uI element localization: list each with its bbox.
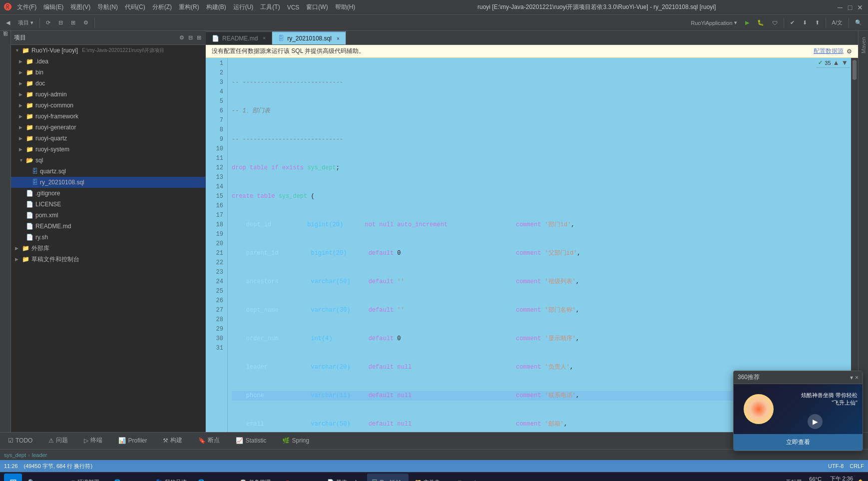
taskbar-task[interactable]: 📋 任务管理... [236, 474, 279, 481]
scroll-thumb[interactable] [853, 60, 857, 80]
issues-tab[interactable]: ⚠ 问题 [44, 434, 72, 448]
status-file-info: (49450 字节, 684 行 换行符) [24, 463, 93, 470]
profiler-tab[interactable]: 📊 Profiler [114, 435, 151, 447]
run-button[interactable]: ▶ [742, 17, 752, 29]
tree-item-license[interactable]: 📄 LICENSE [11, 199, 205, 210]
tree-item-drafts[interactable]: ▶ 📁 草稿文件和控制台 [11, 254, 205, 265]
taskbar-vue-icon: 💻 [371, 479, 378, 481]
taskbar-files[interactable]: 📁 文件夹... [411, 474, 450, 481]
taskbar-chrome[interactable]: 🌐 [194, 474, 234, 481]
scroll-up-button[interactable]: ▲ [833, 59, 840, 66]
menu-vcs[interactable]: VCS [285, 4, 302, 11]
filter-button[interactable]: ⊟ [55, 17, 66, 29]
tree-item-rysh[interactable]: 📄 ry.sh [11, 232, 205, 243]
menu-window[interactable]: 窗口(W) [304, 3, 330, 11]
tree-expand-button[interactable]: ⊞ [196, 32, 202, 44]
taskbar-foot[interactable]: 👣 我的足迹 [152, 474, 192, 481]
readme-tab-close[interactable]: × [263, 35, 266, 41]
tree-item-quartz-sql[interactable]: 🗄 quartz.sql [11, 166, 205, 177]
app-selector[interactable]: RuoYiApplication ▾ [688, 17, 740, 29]
tree-item-system[interactable]: ▶ 📁 ruoyi-system [11, 144, 205, 155]
system-label: ruoyi-system [35, 146, 69, 153]
popup-play-button[interactable]: ▶ [808, 414, 823, 429]
tree-item-root[interactable]: ▼ 📁 RuoYi-Vue [ruoyi] E:\my-Java-2020122… [11, 45, 205, 56]
expand-button[interactable]: ⊞ [68, 17, 78, 29]
maven-label[interactable]: Maven [861, 37, 867, 53]
tree-item-idea[interactable]: ▶ 📁 .idea [11, 56, 205, 67]
scroll-down-button[interactable]: ▼ [842, 59, 848, 66]
popup-title: 360推荐 [738, 373, 760, 382]
tree-item-quartz[interactable]: ▶ 📁 ruoyi-quartz [11, 133, 205, 144]
menu-refactor[interactable]: 重构(R) [177, 3, 201, 11]
tree-item-doc[interactable]: ▶ 📁 doc [11, 78, 205, 89]
popup-close-btn[interactable]: × [855, 374, 859, 381]
taskbar-ruoyi-md[interactable]: 📄 若依.md... [323, 474, 365, 481]
bc-sys-dept[interactable]: sys_dept [4, 452, 26, 458]
menu-code[interactable]: 代码(C) [123, 3, 147, 11]
taskbar-env[interactable]: 🖥 环境部署... [66, 474, 108, 481]
popup-collapse-btn[interactable]: ▾ [850, 374, 853, 381]
close-button[interactable]: ✕ [856, 3, 864, 11]
taskbar-ruoyi-vue[interactable]: 💻 RuoYi-V... [367, 474, 409, 481]
tray-ime[interactable]: 无标题 [786, 479, 802, 481]
tree-item-sql-folder[interactable]: ▼ 📂 sql [11, 155, 205, 166]
settings-button[interactable]: ⚙ [80, 17, 91, 29]
file-tree-title: 项目 [14, 33, 26, 42]
translate-button[interactable]: A/文 [829, 17, 846, 29]
menu-tools[interactable]: 工具(T) [258, 3, 282, 11]
taskbar-ruoyi2[interactable]: 🖥 ruoyi - r... [452, 474, 492, 481]
menu-analysis[interactable]: 分析(Z) [150, 3, 174, 11]
tree-item-generator[interactable]: ▶ 📁 ruoyi-generator [11, 122, 205, 133]
push-button[interactable]: ⬆ [812, 17, 823, 29]
taskbar-edge[interactable]: 🌐 [110, 474, 150, 481]
spring-tab[interactable]: 🌿 Spring [278, 435, 313, 447]
app-name: RuoYiApplication [691, 20, 732, 26]
taskbar-search[interactable]: 🔍 [24, 474, 64, 481]
project-button[interactable]: 项目 ▾ [15, 17, 36, 29]
coverage-button[interactable]: 🛡 [769, 17, 781, 29]
sql-tab-close[interactable]: × [337, 36, 340, 41]
back-button[interactable]: ◀ [3, 17, 13, 29]
tree-item-framework[interactable]: ▶ 📁 ruoyi-framework [11, 111, 205, 122]
ln-8: 8 [206, 125, 223, 135]
tab-sql[interactable]: 🗄 ry_20210108.sql × [272, 31, 346, 44]
search-everywhere-button[interactable]: 🔍 [852, 17, 865, 29]
tree-item-pom[interactable]: 📄 pom.xml [11, 210, 205, 221]
tree-collapse-button[interactable]: ⊟ [187, 32, 194, 44]
bc-leader[interactable]: leader [32, 452, 47, 458]
warning-gear-icon[interactable]: ⚙ [847, 48, 852, 55]
tree-settings-button[interactable]: ⚙ [178, 32, 185, 44]
build-tab[interactable]: ⚒ 构建 [159, 434, 186, 448]
menu-run[interactable]: 运行(U) [231, 3, 256, 11]
popup-action-button[interactable]: 立即查看 [734, 434, 863, 451]
tree-item-bin[interactable]: ▶ 📁 bin [11, 67, 205, 78]
tree-item-admin[interactable]: ▶ 📁 ruoyi-admin [11, 89, 205, 100]
bookmark-tab[interactable]: 🔖 断点 [194, 434, 224, 448]
statistic-tab[interactable]: 📈 Statistic [232, 435, 270, 447]
update-button[interactable]: ⬇ [800, 17, 810, 29]
tree-item-readme[interactable]: 📄 README.md [11, 221, 205, 232]
commit-button[interactable]: ✔ [787, 17, 798, 29]
todo-tab[interactable]: ☑ TODO [4, 435, 36, 447]
taskbar-ocam[interactable]: ◉ ocam [281, 474, 321, 481]
menu-nav[interactable]: 导航(N) [95, 3, 120, 11]
minimize-button[interactable]: ─ [836, 3, 844, 11]
tray-notification[interactable]: 🔔 [857, 479, 864, 481]
menu-file[interactable]: 文件(F) [15, 3, 38, 11]
menu-edit[interactable]: 编辑(E) [41, 3, 65, 11]
profiler-icon: 📊 [118, 437, 126, 444]
menu-help[interactable]: 帮助(H) [333, 3, 358, 11]
debug-button[interactable]: 🐛 [754, 17, 767, 29]
menu-view[interactable]: 视图(V) [68, 3, 92, 11]
maximize-button[interactable]: □ [846, 3, 854, 11]
tab-readme[interactable]: 📄 README.md × [206, 31, 272, 44]
terminal-tab[interactable]: ▷ 终端 [80, 434, 106, 448]
tree-item-ry-sql[interactable]: 🗄 ry_20210108.sql [11, 177, 205, 188]
menu-build[interactable]: 构建(B) [204, 3, 228, 11]
configure-datasource-link[interactable]: 配置数据源 [814, 47, 844, 55]
tree-item-gitignore[interactable]: 📄 .gitignore [11, 188, 205, 199]
tree-item-external[interactable]: ▶ 📁 外部库 [11, 243, 205, 254]
tree-item-common[interactable]: ▶ 📁 ruoyi-common [11, 100, 205, 111]
start-button[interactable]: ⊞ [4, 474, 22, 481]
sync-button[interactable]: ⟳ [43, 17, 53, 29]
